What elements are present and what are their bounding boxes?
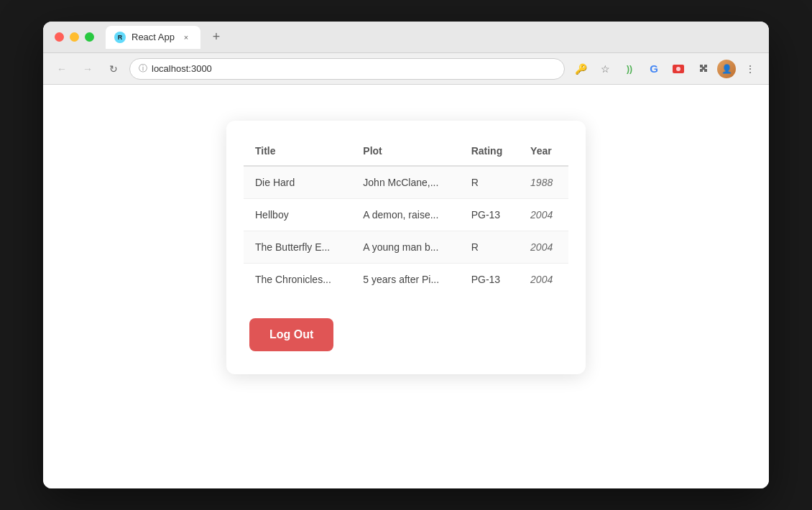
table-row: The Butterfly E...A young man b...R2004: [244, 231, 568, 264]
cell-title: Die Hard: [244, 166, 351, 199]
page-content: Title Plot Rating Year Die HardJohn McCl…: [43, 85, 769, 488]
column-header-plot: Plot: [351, 138, 459, 166]
title-bar: R React App × +: [43, 22, 769, 53]
toolbar-actions: 🔑 ☆ )) G 👤 ⋮: [571, 59, 760, 79]
translate-icon[interactable]: G: [644, 59, 664, 79]
more-menu-icon[interactable]: ⋮: [740, 59, 760, 79]
address-bar-security-icon: ⓘ: [139, 62, 147, 75]
profile-avatar[interactable]: 👤: [717, 60, 736, 78]
close-traffic-light[interactable]: [55, 32, 64, 42]
cell-title: The Butterfly E...: [244, 231, 351, 264]
table-header-row: Title Plot Rating Year: [244, 138, 568, 166]
cell-year: 2004: [519, 264, 568, 296]
table-row: The Chronicles...5 years after Pi...PG-1…: [244, 264, 568, 296]
cell-plot: A demon, raise...: [351, 199, 459, 231]
back-button[interactable]: ←: [52, 59, 72, 79]
tab-area: R React App × +: [106, 26, 757, 49]
column-header-title: Title: [244, 138, 351, 166]
tab-favicon: R: [114, 32, 126, 43]
cell-rating: R: [460, 166, 519, 199]
tab-title: React App: [132, 32, 175, 42]
column-header-rating: Rating: [460, 138, 519, 166]
cell-year: 2004: [519, 231, 568, 264]
cell-year: 1988: [519, 166, 568, 199]
cell-title: The Chronicles...: [244, 264, 351, 296]
movies-table: Title Plot Rating Year Die HardJohn McCl…: [244, 138, 568, 295]
cell-rating: R: [460, 231, 519, 264]
cell-plot: John McClane,...: [351, 166, 459, 199]
puzzle-icon[interactable]: [693, 59, 713, 79]
column-header-year: Year: [519, 138, 568, 166]
address-bar[interactable]: ⓘ localhost:3000: [129, 58, 565, 80]
new-tab-button[interactable]: +: [206, 27, 226, 47]
maximize-traffic-light[interactable]: [85, 32, 94, 42]
cast-icon[interactable]: )): [619, 59, 640, 79]
photo-icon[interactable]: [668, 59, 688, 79]
table-row: HellboyA demon, raise...PG-132004: [244, 199, 568, 231]
cell-plot: 5 years after Pi...: [351, 264, 459, 296]
cell-rating: PG-13: [460, 199, 519, 231]
browser-toolbar: ← → ↻ ⓘ localhost:3000 🔑 ☆ )) G 👤 ⋮: [43, 53, 769, 85]
cell-rating: PG-13: [460, 264, 519, 296]
cell-plot: A young man b...: [351, 231, 459, 264]
browser-window: R React App × + ← → ↻ ⓘ localhost:3000 🔑…: [43, 22, 769, 488]
traffic-lights: [55, 32, 94, 42]
star-icon[interactable]: ☆: [595, 59, 615, 79]
address-url: localhost:3000: [152, 63, 212, 74]
forward-button[interactable]: →: [78, 59, 98, 79]
browser-tab[interactable]: R React App ×: [106, 26, 200, 49]
cell-title: Hellboy: [244, 199, 351, 231]
reload-button[interactable]: ↻: [103, 59, 124, 79]
minimize-traffic-light[interactable]: [70, 32, 79, 42]
tab-close-button[interactable]: ×: [180, 32, 192, 43]
cell-year: 2004: [519, 199, 568, 231]
main-card: Title Plot Rating Year Die HardJohn McCl…: [226, 121, 586, 374]
key-icon[interactable]: 🔑: [571, 59, 591, 79]
logout-button[interactable]: Log Out: [249, 318, 333, 351]
svg-point-1: [676, 67, 680, 71]
table-row: Die HardJohn McClane,...R1988: [244, 166, 568, 199]
